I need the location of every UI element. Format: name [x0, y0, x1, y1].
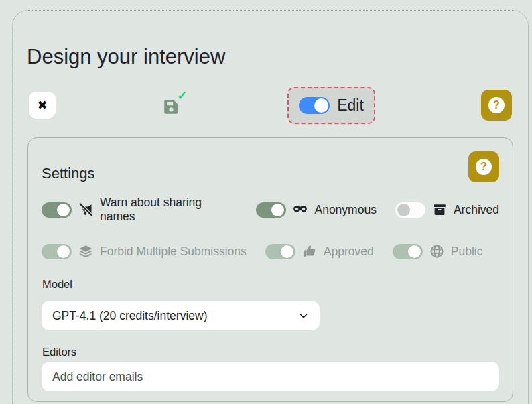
save-button[interactable]: ✓: [161, 94, 182, 117]
edit-toggle-container[interactable]: Edit: [287, 87, 375, 124]
toggle-knob: [271, 204, 284, 216]
toggle-knob: [408, 245, 421, 258]
edit-toggle-knob: [314, 98, 328, 113]
toggle-knob: [57, 245, 70, 258]
saved-check-icon: ✓: [177, 88, 188, 103]
toggle-label: Archived: [454, 203, 499, 217]
toggle-archived: Archived: [395, 202, 499, 218]
toggle-public: Public: [393, 243, 483, 259]
toggle-forbid-multiple-submissions: Forbid Multiple Submissions: [42, 243, 247, 259]
toggle-knob: [397, 204, 410, 216]
approved-toggle[interactable]: [265, 244, 295, 259]
editors-label: Editors: [42, 346, 499, 358]
anonymous-toggle[interactable]: [256, 202, 286, 218]
toggle-label: Approved: [324, 245, 374, 259]
toggle-label: Warn about sharing names: [100, 196, 237, 224]
archive-box-icon: [431, 202, 448, 218]
public-toggle[interactable]: [393, 244, 423, 259]
toolbar: ✖ ✓ Edit ?: [29, 86, 512, 124]
settings-panel-header: Settings ?: [42, 151, 499, 182]
archived-toggle[interactable]: [395, 202, 425, 218]
model-label: Model: [42, 278, 499, 291]
page-title: Design your interview: [27, 45, 528, 69]
design-interview-card: Design your interview ✖ ✓ Edit ? Set: [12, 10, 529, 404]
toggle-knob: [281, 245, 293, 258]
settings-panel: Settings ? Warn about sharing names: [27, 137, 513, 402]
settings-toggle-row-2: Forbid Multiple Submissions Approved: [42, 243, 499, 259]
toggle-label: Public: [451, 245, 483, 259]
close-icon: ✖: [37, 99, 47, 111]
model-select[interactable]: GPT-4.1 (20 credits/interview): [42, 301, 320, 330]
globe-icon: [429, 243, 445, 259]
mask-icon: [292, 202, 308, 218]
editors-input[interactable]: [42, 362, 499, 391]
help-button[interactable]: ?: [481, 90, 512, 121]
settings-heading: Settings: [42, 165, 95, 182]
forbid-multiple-submissions-toggle[interactable]: [42, 244, 72, 259]
chevron-down-icon: [298, 310, 309, 321]
thumbs-up-icon: [302, 243, 318, 259]
settings-help-button[interactable]: ?: [468, 151, 499, 182]
toggle-label: Forbid Multiple Submissions: [100, 245, 247, 259]
toggle-knob: [57, 204, 70, 216]
layers-icon: [78, 243, 94, 259]
question-mark-icon: ?: [476, 159, 492, 175]
toggle-approved: Approved: [265, 243, 374, 259]
megaphone-slash-icon: [78, 202, 94, 218]
question-mark-icon: ?: [488, 97, 505, 113]
warn-about-sharing-names-toggle[interactable]: [42, 202, 72, 218]
settings-toggle-row-1: Warn about sharing names Anonymous: [42, 196, 499, 224]
edit-toggle[interactable]: [299, 97, 330, 114]
toggle-warn-about-sharing-names: Warn about sharing names: [42, 196, 237, 224]
model-selected-value: GPT-4.1 (20 credits/interview): [52, 309, 207, 323]
edit-toggle-label: Edit: [337, 96, 364, 115]
close-button[interactable]: ✖: [29, 92, 56, 119]
toggle-label: Anonymous: [314, 203, 376, 217]
toggle-anonymous: Anonymous: [256, 202, 376, 218]
